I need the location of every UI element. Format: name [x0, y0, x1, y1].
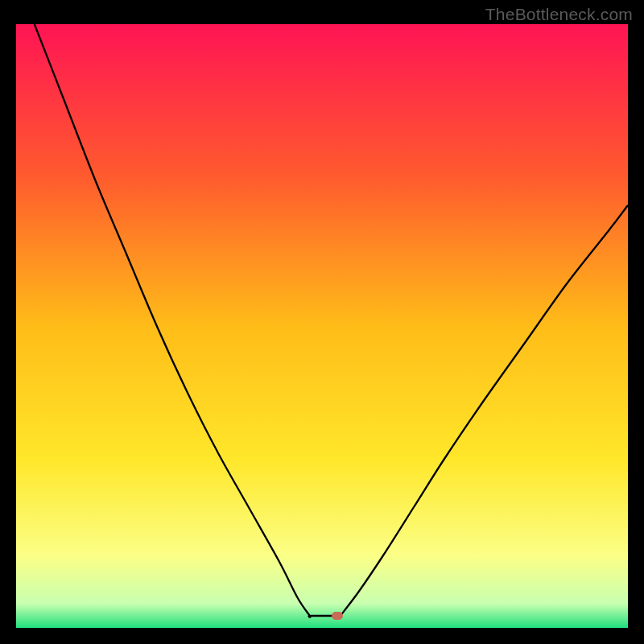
optimal-marker: [332, 612, 343, 620]
watermark-text: TheBottleneck.com: [485, 5, 633, 24]
bottleneck-chart: [16, 24, 628, 628]
chart-svg: [16, 24, 628, 628]
